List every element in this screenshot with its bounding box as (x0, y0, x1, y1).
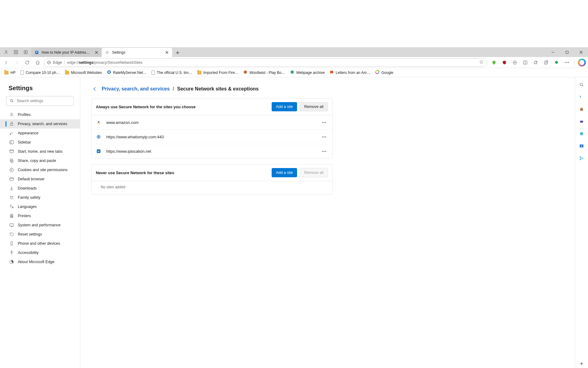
bookmark-item[interactable]: Imported From Fire… (195, 69, 240, 76)
row-more-button[interactable] (320, 118, 328, 126)
tab-inactive[interactable]: iP How to hide your IP Address wit… (31, 48, 102, 57)
svg-point-24 (10, 100, 13, 102)
row-more-button[interactable] (320, 133, 328, 141)
search-input[interactable] (16, 98, 70, 103)
amazon-icon: a (96, 120, 101, 125)
nav-reset[interactable]: Reset settings (0, 230, 80, 239)
page-icon (152, 71, 155, 75)
nav-downloads[interactable]: Downloads (0, 184, 80, 193)
nav-label: Start, home, and new tabs (18, 149, 62, 154)
image-creator-icon[interactable] (577, 129, 586, 138)
bookmark-item[interactable]: Microsoft Websites (63, 69, 104, 76)
bookmark-item[interactable]: Wordtwist - Play Bo… (241, 69, 287, 76)
svg-rect-2 (16, 50, 18, 52)
site-url: www.amazon.com (106, 120, 315, 125)
profile-button[interactable] (2, 48, 10, 56)
svg-rect-28 (10, 141, 13, 144)
settings-main: Privacy, search, and services / Secure N… (80, 77, 575, 368)
home-button[interactable] (33, 58, 42, 67)
back-button[interactable] (2, 58, 11, 67)
bookmark-item[interactable]: Compare 10-10 ph… (19, 69, 62, 76)
edge-sidebar: O (575, 77, 588, 368)
nav-label: Languages (18, 205, 37, 209)
close-icon[interactable] (94, 50, 99, 55)
extension-icon[interactable] (500, 58, 509, 67)
copilot-icon[interactable] (578, 58, 586, 67)
bookmark-item[interactable]: HP (2, 69, 17, 76)
nav-privacy[interactable]: Privacy, search, and services (0, 119, 80, 128)
extension-icon[interactable] (490, 58, 498, 67)
add-site-button[interactable]: Add a site (272, 102, 297, 111)
settings-search[interactable] (6, 96, 74, 106)
bookmark-item[interactable]: RateMyServer.Net… (105, 69, 149, 76)
svg-rect-6 (26, 51, 28, 54)
row-more-button[interactable] (320, 147, 328, 155)
remove-all-button: Remove all (300, 168, 328, 177)
page-body: Settings Profiles Privacy, search, and s… (0, 77, 588, 368)
maximize-button[interactable] (560, 47, 574, 57)
remove-all-button[interactable]: Remove all (300, 102, 328, 111)
nav-family[interactable]: Family safety (0, 193, 80, 202)
favorites-icon[interactable] (531, 58, 540, 67)
google-icon (375, 70, 379, 75)
bookmark-item[interactable]: Webpage archive (288, 69, 326, 76)
bookmark-item[interactable]: Letters from an Am… (328, 69, 372, 76)
favorite-star-icon[interactable] (479, 59, 484, 65)
more-menu-icon[interactable] (563, 58, 571, 67)
settings-nav: Profiles Privacy, search, and services A… (0, 109, 80, 266)
bookmark-item[interactable]: The official U.S. tim… (150, 69, 194, 76)
new-tab-button[interactable] (173, 48, 182, 57)
nav-languages[interactable]: Languages (0, 202, 80, 211)
workspaces-button[interactable] (12, 48, 20, 56)
nav-sidebar[interactable]: Sidebar (0, 138, 80, 147)
omnibox[interactable]: Edge edge://settings/privacy/SecureNetwo… (43, 58, 487, 67)
nav-appearance[interactable]: Appearance (0, 128, 80, 138)
extension-icon[interactable] (552, 58, 561, 67)
search-icon[interactable] (577, 80, 586, 89)
bookmark-item[interactable]: Google (373, 69, 395, 76)
add-sidebar-icon[interactable] (577, 359, 586, 368)
nav-accessibility[interactable]: Accessibility (0, 248, 80, 257)
breadcrumb: Privacy, search, and services / Secure N… (80, 82, 575, 98)
extension-icon[interactable] (511, 58, 519, 67)
nav-start[interactable]: Start, home, and new tabs (0, 147, 80, 156)
svg-text:O: O (581, 145, 582, 147)
nav-phone[interactable]: Phone and other devices (0, 239, 80, 248)
nav-printers[interactable]: Printers (0, 211, 80, 220)
forward-button[interactable] (12, 58, 21, 67)
nav-cookies[interactable]: Cookies and site permissions (0, 165, 80, 174)
nav-about[interactable]: About Microsoft Edge (0, 257, 80, 266)
outlook-icon[interactable]: O (577, 142, 586, 150)
nav-label: Share, copy and paste (18, 159, 56, 163)
card-never-use: Never use Secure Network for these sites… (91, 164, 333, 194)
games-icon[interactable] (577, 117, 586, 126)
url-text: edge://settings/privacy/SecureNetworkSit… (67, 60, 142, 65)
card-title: Never use Secure Network for these sites (96, 171, 174, 175)
nav-profiles[interactable]: Profiles (0, 110, 80, 119)
nav-label: Cookies and site permissions (18, 168, 68, 172)
split-screen-icon[interactable] (521, 58, 530, 67)
nav-share[interactable]: Share, copy and paste (0, 156, 80, 165)
breadcrumb-parent-link[interactable]: Privacy, search, and services (102, 86, 170, 92)
tools-icon[interactable] (577, 105, 586, 113)
nav-default-browser[interactable]: Default browser (0, 174, 80, 184)
close-icon[interactable] (164, 50, 170, 55)
add-site-button[interactable]: Add a site (272, 168, 297, 177)
svg-rect-29 (10, 150, 13, 153)
minimize-button[interactable] (546, 47, 560, 57)
close-window-button[interactable] (574, 47, 588, 57)
collections-icon[interactable] (542, 58, 550, 67)
site-row: https://www.whatismyip.com:443 (92, 129, 332, 144)
svg-point-32 (10, 168, 13, 172)
tab-active[interactable]: Settings (102, 48, 172, 57)
site-row: iP https://www.iplocation.net (92, 144, 332, 158)
refresh-button[interactable] (23, 58, 32, 67)
page-icon (21, 71, 24, 75)
drop-icon[interactable] (577, 154, 586, 163)
svg-rect-19 (330, 71, 334, 73)
tab-actions-button[interactable] (21, 48, 30, 56)
ip-icon: iP (34, 50, 39, 55)
nav-system[interactable]: System and performance (0, 220, 80, 230)
breadcrumb-back-button[interactable] (91, 85, 99, 93)
shopping-icon[interactable] (577, 93, 586, 101)
